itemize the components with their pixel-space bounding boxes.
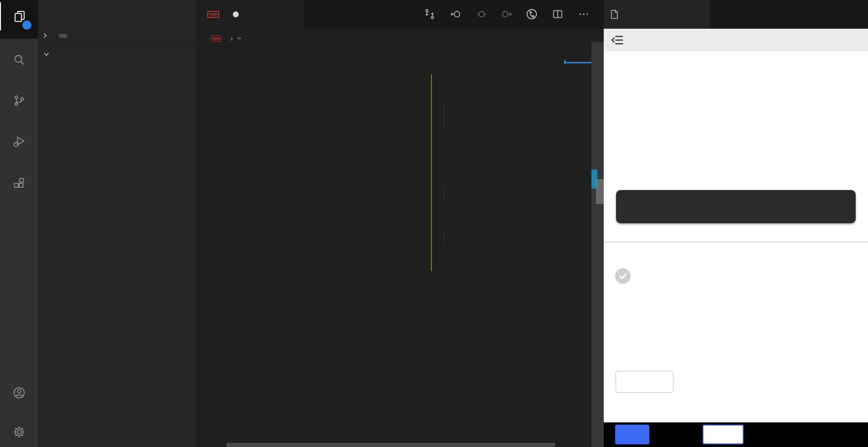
tab-coderoad[interactable] [604,0,710,29]
minimap-changed-marker [564,60,565,64]
gear-icon [12,425,26,439]
get-a-hint-button[interactable] [616,371,673,393]
search-icon [13,53,26,66]
tutorial-header [604,29,868,51]
coderoad-panel [604,0,868,447]
sidebar-item-extensions[interactable] [0,169,38,197]
vertical-scrollbar[interactable] [591,42,604,447]
account-icon [12,386,26,400]
run-and-debug-icon [13,135,26,148]
panel-footer [604,422,868,447]
tutorial-content [604,51,868,422]
chevron-right-icon [41,32,49,39]
code-editor[interactable] [196,0,604,447]
divider [604,241,868,242]
reset-button[interactable] [703,425,744,444]
overview-selection-marker [596,179,604,204]
account-button[interactable] [0,379,38,407]
sidebar-item-explorer[interactable] [0,2,38,31]
horizontal-scrollbar[interactable] [226,443,555,447]
sidebar-item-search[interactable] [0,46,38,74]
sidebar-item-run-debug[interactable] [0,128,38,156]
source-control-icon [13,94,26,107]
unsaved-badge [59,34,67,38]
settings-button[interactable] [0,418,38,446]
open-editors-section[interactable] [38,26,196,45]
explorer-sidebar [38,0,196,447]
folder-root-row[interactable] [38,45,196,63]
run-button[interactable] [615,425,649,444]
task-check-icon [615,268,631,284]
activity-bar [0,0,38,447]
extensions-icon [13,177,26,190]
example-code-block [616,190,856,223]
file-icon [611,10,618,19]
coderoad-menu-icon[interactable] [611,34,624,46]
unsaved-count-badge [22,21,31,30]
minimap-current-line [564,62,591,63]
panel-tab-bar [604,0,868,29]
sidebar-item-source-control[interactable] [0,87,38,115]
chevron-down-icon [43,51,50,58]
minimap[interactable] [564,42,591,74]
editor-group: npm npm › [196,0,604,447]
